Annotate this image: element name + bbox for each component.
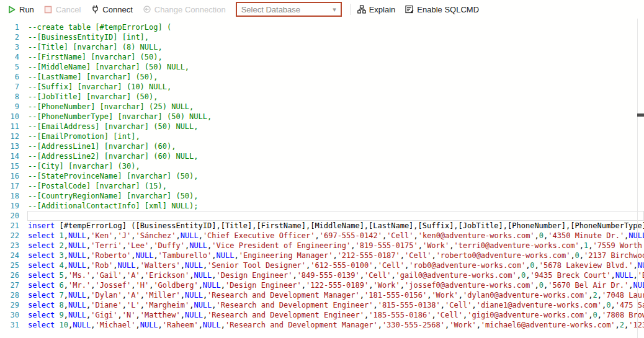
line-number[interactable]: 15 [0, 161, 19, 171]
line-number[interactable]: 17 [0, 181, 19, 191]
code-line-2[interactable]: --[BusinessEntityID] [int], [28, 32, 644, 42]
line-number[interactable]: 9 [0, 102, 19, 112]
connect-label: Connect [102, 5, 132, 14]
connect-button[interactable]: Connect [91, 5, 132, 14]
line-number[interactable]: 21 [0, 221, 19, 231]
line-number[interactable]: 24 [0, 251, 19, 260]
connect-plug-icon [91, 5, 99, 14]
line-number[interactable]: 8 [0, 92, 19, 102]
code-line-3[interactable]: --[Title] [nvarchar] (8) NULL, [28, 42, 644, 52]
code-line-24[interactable]: select 3,NULL,'Roberto',NULL,'Tamburello… [28, 251, 644, 260]
explain-label: Explain [369, 5, 396, 14]
run-label: Run [19, 5, 34, 14]
line-number[interactable]: 13 [0, 141, 19, 151]
line-number[interactable]: 28 [0, 290, 19, 300]
code-line-10[interactable]: --[PhoneNumberType] [nvarchar] (50) NULL… [28, 112, 644, 122]
code-line-15[interactable]: --[City] [nvarchar] (30), [28, 161, 644, 171]
code-line-14[interactable]: --[AddressLine2] [nvarchar] (60) NULL, [28, 151, 644, 161]
line-number[interactable]: 31 [0, 320, 19, 330]
code-lines[interactable]: --create table [#tempErrorLog] (--[Busin… [24, 22, 644, 338]
line-number[interactable]: 12 [0, 131, 19, 141]
overview-ruler[interactable] [637, 19, 638, 338]
code-line-18[interactable]: --[CountryRegionName] [nvarchar] (50), [28, 191, 644, 201]
code-line-28[interactable]: select 7,NULL,'Dylan','A','Miller',NULL,… [28, 290, 644, 300]
run-icon [7, 5, 16, 14]
enable-sqlcmd-label: Enable SQLCMD [417, 5, 479, 14]
line-number[interactable]: 29 [0, 300, 19, 310]
scrollbar-marker[interactable] [637, 113, 644, 117]
line-number[interactable]: 2 [0, 32, 19, 42]
change-connection-label: Change Connection [154, 5, 226, 14]
line-number[interactable]: 14 [0, 151, 19, 161]
line-number[interactable]: 22 [0, 231, 19, 241]
line-numbers[interactable]: 1234567891011121314151617181920212223242… [0, 22, 24, 338]
line-number[interactable]: 23 [0, 241, 19, 251]
toolbar-separator [351, 4, 351, 15]
query-toolbar: Run Cancel Connect Change Connection [0, 0, 644, 19]
code-line-26[interactable]: select 5,'Ms.','Gail','A','Erickson',NUL… [28, 270, 644, 280]
code-line-8[interactable]: --[JobTitle] [nvarchar] (50), [28, 92, 644, 102]
code-line-27[interactable]: select 6,'Mr.','Jossef','H','Goldberg',N… [28, 280, 644, 290]
code-line-30[interactable]: select 9,NULL,'Gigi','N','Matthew',NULL,… [28, 310, 644, 320]
change-connection-icon [143, 5, 151, 14]
line-number[interactable]: 6 [0, 72, 19, 82]
sqlcmd-icon [405, 5, 414, 14]
line-number[interactable]: 7 [0, 82, 19, 92]
code-line-23[interactable]: select 2,NULL,'Terri','Lee','Duffy',NULL… [28, 241, 644, 251]
enable-sqlcmd-button[interactable]: Enable SQLCMD [405, 5, 479, 14]
line-number[interactable]: 3 [0, 42, 19, 52]
line-number[interactable]: 10 [0, 112, 19, 122]
line-number[interactable]: 11 [0, 122, 19, 131]
line-number[interactable]: 1 [0, 22, 19, 32]
code-line-20[interactable] [27, 211, 644, 221]
code-line-17[interactable]: --[PostalCode] [nvarchar] (15), [28, 181, 644, 191]
code-line-22[interactable]: select 1,NULL,'Ken','J','Sánchez',NULL,'… [28, 231, 644, 241]
run-button[interactable]: Run [7, 5, 34, 14]
line-number[interactable]: 16 [0, 171, 19, 181]
code-line-1[interactable]: --create table [#tempErrorLog] ( [28, 22, 644, 32]
line-number[interactable]: 30 [0, 310, 19, 320]
database-dropdown-value: Select Database [241, 5, 300, 14]
line-number[interactable]: 25 [0, 260, 19, 270]
chevron-down-icon: ▾ [333, 6, 336, 14]
explain-plan-icon [357, 5, 366, 14]
line-number[interactable]: 26 [0, 270, 19, 280]
database-dropdown[interactable]: Select Database ▾ [236, 2, 342, 17]
line-number[interactable]: 5 [0, 62, 19, 72]
line-number[interactable]: 19 [0, 201, 19, 211]
code-line-25[interactable]: select 4,NULL,'Rob',NULL,'Walters',NULL,… [28, 260, 644, 270]
cancel-label: Cancel [56, 5, 81, 14]
code-line-4[interactable]: --[FirstName] [nvarchar] (50), [28, 52, 644, 62]
change-connection-button[interactable]: Change Connection [143, 5, 226, 14]
code-line-16[interactable]: --[StateProvinceName] [nvarchar] (50), [28, 171, 644, 181]
explain-button[interactable]: Explain [357, 5, 396, 14]
code-line-12[interactable]: --[EmailPromotion] [int], [28, 131, 644, 141]
cancel-icon [44, 5, 53, 14]
code-line-21[interactable]: insert [#tempErrorLog] ([BusinessEntityI… [28, 221, 644, 231]
sql-editor[interactable]: 1234567891011121314151617181920212223242… [0, 19, 644, 338]
code-line-11[interactable]: --[EmailAddress] [nvarchar] (50) NULL, [28, 122, 644, 131]
line-number[interactable]: 20 [0, 211, 19, 221]
code-line-6[interactable]: --[LastName] [nvarchar] (50), [28, 72, 644, 82]
code-line-7[interactable]: --[Suffix] [nvarchar] (10) NULL, [28, 82, 644, 92]
code-line-5[interactable]: --[MiddleName] [nvarchar] (50) NULL, [28, 62, 644, 72]
code-line-29[interactable]: select 8,NULL,'Diane','L','Margheim',NUL… [28, 300, 644, 310]
cancel-button[interactable]: Cancel [44, 5, 81, 14]
line-number[interactable]: 27 [0, 280, 19, 290]
code-line-9[interactable]: --[PhoneNumber] [nvarchar] (25) NULL, [28, 102, 644, 112]
line-number[interactable]: 18 [0, 191, 19, 201]
code-line-13[interactable]: --[AddressLine1] [nvarchar] (60), [28, 141, 644, 151]
code-line-19[interactable]: --[AdditionalContactInfo] [xml] NULL); [28, 201, 644, 211]
line-number[interactable]: 4 [0, 52, 19, 62]
code-line-31[interactable]: select 10,NULL,'Michael',NULL,'Raheem',N… [28, 320, 644, 330]
